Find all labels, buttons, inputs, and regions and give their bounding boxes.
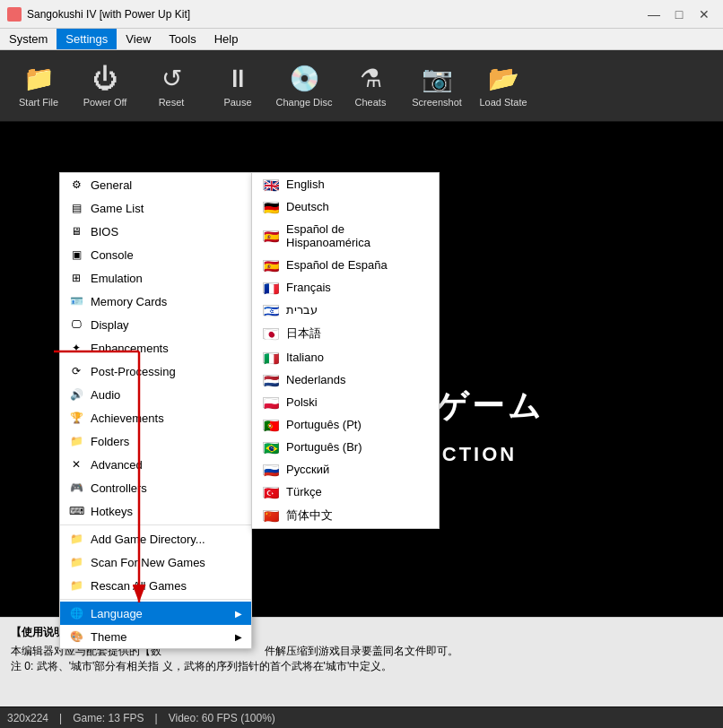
maximize-button[interactable]: □	[667, 3, 691, 26]
lang-deutsch[interactable]: 🇩🇪 Deutsch	[252, 195, 439, 218]
main-area: ミュレーションゲーム SHIBUSAWA PRODUCTION ⚙ Genera…	[0, 122, 723, 728]
screenshot-icon: 📷	[422, 64, 453, 93]
menu-add-game-directory[interactable]: 📁 Add Game Directory...	[60, 527, 251, 550]
flag-japanese: 🇯🇵	[263, 328, 279, 339]
screenshot-button[interactable]: 📷 Screenshot	[405, 55, 468, 117]
menu-advanced[interactable]: ✕ Advanced	[60, 453, 251, 476]
reset-icon: ↺	[161, 64, 182, 93]
window-title: Sangokushi IV [with Power Up Kit]	[27, 8, 642, 21]
status-game-fps: Game: 13 FPS	[73, 712, 144, 724]
flag-turkce: 🇹🇷	[263, 487, 279, 498]
flag-chinese-simplified: 🇨🇳	[263, 510, 279, 521]
close-button[interactable]: ✕	[693, 3, 716, 26]
load-state-icon: 📂	[488, 64, 519, 93]
menu-emulation[interactable]: ⊞ Emulation	[60, 266, 251, 290]
menu-view[interactable]: View	[117, 29, 160, 49]
emulation-label: Emulation	[91, 272, 143, 285]
menu-controllers[interactable]: 🎮 Controllers	[60, 476, 251, 499]
minimize-button[interactable]: —	[642, 3, 666, 26]
lang-nederlands[interactable]: 🇳🇱 Nederlands	[252, 368, 439, 391]
menu-settings[interactable]: Settings	[57, 29, 117, 49]
menu-scan-for-new-games[interactable]: 📁 Scan For New Games	[60, 550, 251, 574]
display-icon: 🖵	[69, 317, 83, 332]
lang-francais[interactable]: 🇫🇷 Français	[252, 276, 439, 299]
bios-label: BIOS	[91, 225, 118, 238]
menu-bar: System Settings View Tools Help	[0, 29, 723, 50]
menu-post-processing[interactable]: ⟳ Post-Processing	[60, 360, 251, 383]
general-icon: ⚙	[69, 178, 83, 192]
load-state-button[interactable]: 📂 Load State	[472, 55, 535, 117]
scan-new-games-icon: 📁	[69, 555, 83, 569]
lang-nederlands-label: Nederlands	[286, 373, 346, 386]
cheats-button[interactable]: ⚗ Cheats	[339, 55, 402, 117]
power-off-label: Power Off	[83, 97, 127, 108]
load-state-label: Load State	[479, 97, 527, 108]
lang-francais-label: Français	[286, 281, 331, 294]
lang-russian-label: Русский	[286, 463, 329, 476]
menu-general[interactable]: ⚙ General	[60, 173, 251, 196]
menu-enhancements[interactable]: ✦ Enhancements	[60, 336, 251, 360]
lang-italiano[interactable]: 🇮🇹 Italiano	[252, 346, 439, 368]
lang-turkce-label: Türkçe	[286, 485, 322, 498]
flag-english: 🇬🇧	[263, 179, 279, 190]
add-game-directory-label: Add Game Directory...	[91, 533, 205, 546]
rescan-all-games-label: Rescan All Games	[91, 579, 187, 593]
lang-hebrew-label: עברית	[286, 303, 318, 316]
menu-achievements[interactable]: 🏆 Achievements	[60, 406, 251, 429]
scan-new-games-label: Scan For New Games	[91, 556, 205, 569]
menu-system[interactable]: System	[0, 29, 57, 49]
hotkeys-label: Hotkeys	[91, 505, 133, 518]
rescan-all-games-icon: 📁	[69, 578, 83, 593]
lang-portuguese-br[interactable]: 🇧🇷 Português (Br)	[252, 436, 439, 458]
lang-turkce[interactable]: 🇹🇷 Türkçe	[252, 481, 439, 503]
screenshot-label: Screenshot	[412, 97, 462, 108]
lang-espanol-espana[interactable]: 🇪🇸 Español de España	[252, 254, 439, 276]
lang-hebrew[interactable]: 🇮🇱 עברית	[252, 299, 439, 321]
memory-cards-label: Memory Cards	[91, 295, 167, 308]
lang-english[interactable]: 🇬🇧 English	[252, 173, 439, 195]
folders-icon: 📁	[69, 434, 83, 448]
menu-language[interactable]: 🌐 Language ▶	[60, 602, 251, 625]
menu-folders[interactable]: 📁 Folders	[60, 429, 251, 453]
app-icon	[7, 7, 22, 22]
lang-espanol-hispano[interactable]: 🇪🇸 Español de Hispanoamérica	[252, 218, 439, 254]
menu-bios[interactable]: 🖥 BIOS	[60, 220, 251, 243]
lang-polski[interactable]: 🇵🇱 Polski	[252, 391, 439, 413]
status-bar: 320x224 | Game: 13 FPS | Video: 60 FPS (…	[0, 706, 723, 728]
menu-tools[interactable]: Tools	[160, 29, 205, 49]
power-off-button[interactable]: ⏻ Power Off	[74, 55, 136, 117]
menu-display[interactable]: 🖵 Display	[60, 313, 251, 336]
menu-console[interactable]: ▣ Console	[60, 243, 251, 266]
flag-nederlands: 🇳🇱	[263, 375, 279, 386]
menu-theme[interactable]: 🎨 Theme ▶	[60, 625, 251, 648]
start-file-button[interactable]: 📁 Start File	[7, 55, 70, 117]
pause-button[interactable]: ⏸ Pause	[206, 55, 269, 117]
menu-audio[interactable]: 🔊 Audio	[60, 383, 251, 406]
lang-chinese-simplified[interactable]: 🇨🇳 简体中文	[252, 503, 439, 528]
lang-portuguese-pt[interactable]: 🇵🇹 Português (Pt)	[252, 413, 439, 436]
lang-chinese-simplified-label: 简体中文	[286, 507, 333, 524]
pause-icon: ⏸	[225, 64, 250, 93]
reset-button[interactable]: ↺ Reset	[140, 55, 203, 117]
window-controls: — □ ✕	[642, 3, 716, 26]
language-submenu: 🇬🇧 English 🇩🇪 Deutsch 🇪🇸 Español de Hisp…	[251, 172, 440, 529]
console-icon: ▣	[69, 247, 83, 262]
menu-hotkeys[interactable]: ⌨ Hotkeys	[60, 499, 251, 523]
menu-rescan-all-games[interactable]: 📁 Rescan All Games	[60, 574, 251, 597]
flag-hebrew: 🇮🇱	[263, 305, 279, 316]
controllers-icon: 🎮	[69, 481, 83, 495]
lang-russian[interactable]: 🇷🇺 Русский	[252, 458, 439, 481]
change-disc-button[interactable]: 💿 Change Disc	[273, 55, 335, 117]
lang-espanol-hispano-label: Español de Hispanoamérica	[286, 222, 428, 249]
game-list-icon: ▤	[69, 201, 83, 215]
lang-japanese[interactable]: 🇯🇵 日本語	[252, 321, 439, 346]
menu-memory-cards[interactable]: 🪪 Memory Cards	[60, 290, 251, 313]
hotkeys-icon: ⌨	[69, 504, 83, 518]
status-separator-2: |	[155, 712, 158, 724]
menu-help[interactable]: Help	[205, 29, 248, 49]
lang-portuguese-pt-label: Português (Pt)	[286, 418, 362, 431]
change-disc-icon: 💿	[289, 64, 320, 93]
menu-game-list[interactable]: ▤ Game List	[60, 196, 251, 220]
lang-espanol-espana-label: Español de España	[286, 258, 388, 272]
lang-polski-label: Polski	[286, 395, 318, 409]
